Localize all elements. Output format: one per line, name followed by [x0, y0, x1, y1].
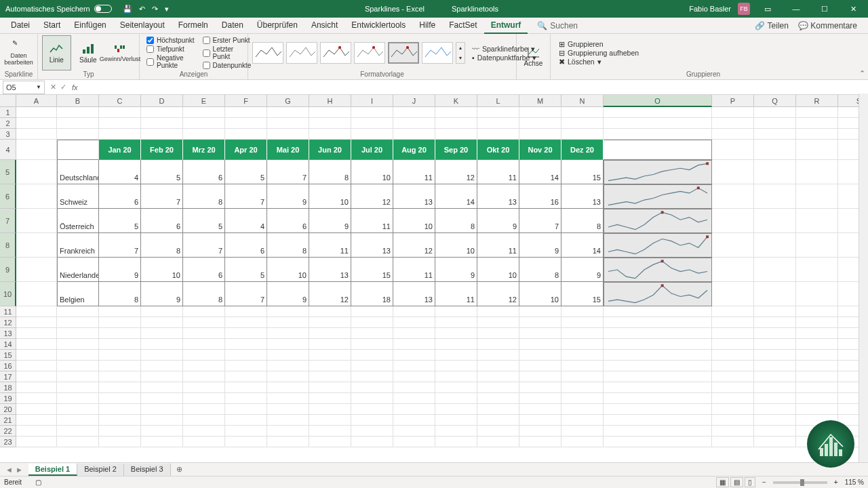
neg-points-checkbox[interactable]: Negative Punkte: [146, 54, 195, 69]
cell-H22[interactable]: [309, 426, 351, 436]
style-item-5[interactable]: [388, 42, 419, 64]
zoom-in-button[interactable]: +: [834, 479, 838, 486]
chevron-down-icon[interactable]: ▼: [36, 84, 41, 90]
cell-J19[interactable]: [393, 393, 435, 404]
cell-N4[interactable]: Dez 20: [561, 140, 604, 160]
cell-H17[interactable]: [309, 371, 351, 382]
cell-E16[interactable]: [183, 361, 225, 371]
row-header-11[interactable]: 11: [0, 306, 16, 317]
row-header-16[interactable]: 16: [0, 361, 16, 371]
cell-D20[interactable]: [141, 404, 183, 415]
cell-O19[interactable]: [604, 393, 712, 404]
row-header-23[interactable]: 23: [0, 436, 16, 447]
cell-F16[interactable]: [225, 361, 267, 371]
cell-R3[interactable]: [796, 129, 838, 140]
cell-E17[interactable]: [183, 371, 225, 382]
cell-Q10[interactable]: [754, 282, 796, 306]
cell-P7[interactable]: [712, 209, 754, 233]
cell-M16[interactable]: [519, 361, 561, 371]
cell-K7[interactable]: 8: [435, 209, 477, 233]
tab-ansicht[interactable]: Ansicht: [304, 18, 344, 34]
cell-N8[interactable]: 14: [561, 233, 604, 258]
cell-G4[interactable]: Mai 20: [267, 140, 309, 160]
cell-H23[interactable]: [309, 436, 351, 447]
cell-I23[interactable]: [351, 436, 393, 447]
cell-R18[interactable]: [796, 382, 838, 393]
cell-M14[interactable]: [519, 339, 561, 350]
cell-P19[interactable]: [712, 393, 754, 404]
cell-C22[interactable]: [99, 426, 141, 436]
sheet-tab-2[interactable]: Beispiel 3: [124, 464, 171, 476]
row-header-14[interactable]: 14: [0, 339, 16, 350]
cell-H21[interactable]: [309, 415, 351, 426]
cell-D15[interactable]: [141, 350, 183, 361]
cell-C20[interactable]: [99, 404, 141, 415]
cell-F2[interactable]: [225, 118, 267, 129]
column-header-P[interactable]: P: [712, 95, 754, 107]
cell-E21[interactable]: [183, 415, 225, 426]
cell-G14[interactable]: [267, 339, 309, 350]
cell-G2[interactable]: [267, 118, 309, 129]
cell-A5[interactable]: [16, 160, 57, 184]
cell-O13[interactable]: [604, 328, 712, 339]
cell-N6[interactable]: 13: [561, 184, 604, 209]
cell-H7[interactable]: 9: [309, 209, 351, 233]
cell-E8[interactable]: 7: [183, 233, 225, 258]
cell-O4[interactable]: [604, 140, 712, 160]
cell-R1[interactable]: [796, 107, 838, 118]
cell-G12[interactable]: [267, 317, 309, 328]
cell-I3[interactable]: [351, 129, 393, 140]
cell-G11[interactable]: [267, 306, 309, 317]
tab-daten[interactable]: Daten: [215, 18, 250, 34]
cell-L6[interactable]: 13: [477, 184, 519, 209]
cell-K1[interactable]: [435, 107, 477, 118]
cell-A23[interactable]: [16, 436, 57, 447]
cell-E4[interactable]: Mrz 20: [183, 140, 225, 160]
cell-K8[interactable]: 10: [435, 233, 477, 258]
cell-M15[interactable]: [519, 350, 561, 361]
cell-P20[interactable]: [712, 404, 754, 415]
name-box[interactable]: O5▼: [3, 81, 45, 94]
cell-F11[interactable]: [225, 306, 267, 317]
cell-A1[interactable]: [16, 107, 57, 118]
cell-Q22[interactable]: [754, 426, 796, 436]
cell-P8[interactable]: [712, 233, 754, 258]
cell-N19[interactable]: [561, 393, 604, 404]
cell-C19[interactable]: [99, 393, 141, 404]
select-all-button[interactable]: [0, 95, 16, 107]
cell-P4[interactable]: [712, 140, 754, 160]
cell-F17[interactable]: [225, 371, 267, 382]
cell-M4[interactable]: Nov 20: [519, 140, 561, 160]
cell-M20[interactable]: [519, 404, 561, 415]
cell-B21[interactable]: [57, 415, 99, 426]
cell-H20[interactable]: [309, 404, 351, 415]
cell-N7[interactable]: 8: [561, 209, 604, 233]
cell-M11[interactable]: [519, 306, 561, 317]
type-column-button[interactable]: Säule: [74, 35, 102, 70]
cell-Q9[interactable]: [754, 258, 796, 282]
cell-M3[interactable]: [519, 129, 561, 140]
cell-J17[interactable]: [393, 371, 435, 382]
cell-F21[interactable]: [225, 415, 267, 426]
cell-Q1[interactable]: [754, 107, 796, 118]
column-header-Q[interactable]: Q: [754, 95, 796, 107]
cell-K3[interactable]: [435, 129, 477, 140]
cell-A2[interactable]: [16, 118, 57, 129]
cell-Q6[interactable]: [754, 184, 796, 209]
cell-C12[interactable]: [99, 317, 141, 328]
undo-icon[interactable]: ↶: [139, 5, 145, 14]
cell-J2[interactable]: [393, 118, 435, 129]
tab-hilfe[interactable]: Hilfe: [412, 18, 442, 34]
cell-L2[interactable]: [477, 118, 519, 129]
tab-entwurf[interactable]: Entwurf: [484, 18, 528, 34]
row-header-12[interactable]: 12: [0, 317, 16, 328]
comments-button[interactable]: 💬 Kommentare: [798, 21, 857, 30]
cell-E19[interactable]: [183, 393, 225, 404]
cell-H19[interactable]: [309, 393, 351, 404]
style-item-4[interactable]: [354, 42, 385, 64]
column-header-L[interactable]: L: [477, 95, 519, 107]
column-header-D[interactable]: D: [141, 95, 183, 107]
cell-D19[interactable]: [141, 393, 183, 404]
tab-einfügen[interactable]: Einfügen: [67, 18, 113, 34]
cell-P1[interactable]: [712, 107, 754, 118]
